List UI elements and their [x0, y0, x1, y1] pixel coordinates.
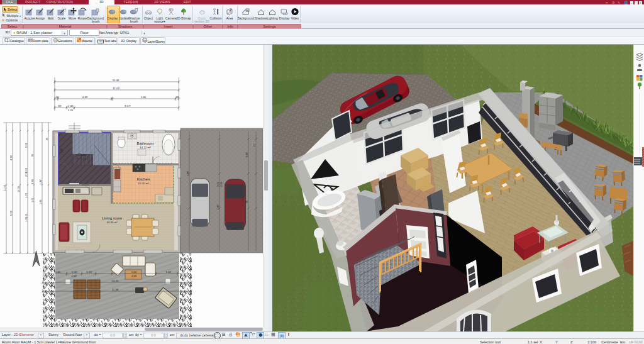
svg-text:1.10ⁱ: 1.10ⁱ [86, 270, 92, 274]
svg-text:1.00: 1.00 [60, 148, 63, 153]
svg-text:11.08: 11.08 [113, 79, 119, 82]
svg-text:2.98ⁱ: 2.98ⁱ [245, 152, 248, 157]
svg-text:2.63ⁱ: 2.63ⁱ [72, 274, 77, 277]
svg-text:30: 30 [31, 153, 34, 157]
svg-text:1.41: 1.41 [25, 216, 28, 222]
svg-text:Floor: Floor [78, 152, 87, 157]
svg-text:4.90: 4.90 [9, 155, 13, 160]
svg-text:5.60: 5.60 [141, 96, 147, 99]
svg-text:1.01: 1.01 [31, 197, 34, 203]
svg-text:1.24ⁱ: 1.24ⁱ [39, 179, 42, 184]
svg-text:1.33: 1.33 [25, 192, 28, 198]
svg-text:2.35: 2.35 [131, 274, 137, 277]
svg-text:10.35: 10.35 [112, 279, 119, 282]
svg-text:Kitchen: Kitchen [137, 177, 150, 181]
svg-text:1.98ⁱ: 1.98ⁱ [186, 170, 189, 176]
svg-text:9.17⁵: 9.17⁵ [125, 104, 131, 108]
svg-text:1.69: 1.69 [68, 104, 74, 108]
svg-text:5.00: 5.00 [131, 270, 137, 274]
svg-text:26: 26 [45, 137, 48, 140]
svg-text:6.00: 6.00 [9, 210, 13, 216]
svg-text:83: 83 [58, 104, 62, 108]
svg-text:16.14 m²: 16.14 m² [77, 157, 88, 160]
svg-text:36: 36 [176, 96, 179, 99]
svg-text:Bathroom: Bathroom [137, 141, 154, 145]
svg-text:2.00: 2.00 [72, 270, 77, 274]
svg-text:1.32ⁱ: 1.32ⁱ [165, 270, 171, 274]
svg-text:2.26: 2.26 [219, 181, 223, 187]
svg-text:10.30: 10.30 [17, 186, 20, 192]
svg-text:0.90: 0.90 [31, 179, 34, 184]
svg-text:2.00: 2.00 [25, 142, 28, 148]
svg-text:Living room: Living room [102, 216, 122, 220]
svg-text:10.20 m²: 10.20 m² [138, 182, 149, 185]
svg-text:4.65: 4.65 [82, 96, 88, 99]
svg-text:2.50: 2.50 [25, 171, 28, 177]
svg-text:11.08: 11.08 [112, 288, 119, 291]
svg-text:11.01⁵: 11.01⁵ [113, 87, 120, 90]
svg-text:36: 36 [56, 96, 59, 99]
svg-text:71ⁱ: 71ⁱ [253, 143, 256, 147]
svg-text:48.95 m²: 48.95 m² [106, 221, 118, 224]
svg-text:1.51: 1.51 [68, 108, 74, 111]
svg-text:1.65: 1.65 [55, 270, 61, 274]
svg-text:14.12 m²: 14.12 m² [140, 146, 151, 149]
svg-text:1.81: 1.81 [39, 199, 42, 204]
